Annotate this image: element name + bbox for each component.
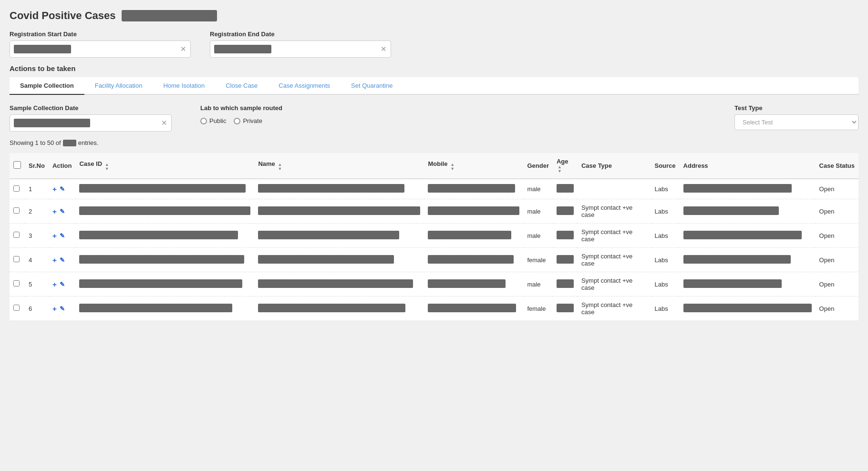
- end-date-input[interactable]: ✕: [210, 41, 391, 58]
- start-date-clear-button[interactable]: ✕: [180, 45, 186, 53]
- cell-age: [553, 297, 578, 321]
- test-type-select[interactable]: Select Test: [734, 114, 858, 130]
- cell-checkbox[interactable]: [10, 272, 25, 297]
- tabs-bar: Sample Collection Facility Allocation Ho…: [10, 77, 858, 95]
- cell-gender: male: [523, 224, 553, 248]
- start-date-label: Registration Start Date: [10, 31, 191, 38]
- cell-age: [553, 199, 578, 224]
- caseid-value: [79, 304, 232, 312]
- add-action-button[interactable]: +: [52, 256, 57, 264]
- sample-date-label: Sample Collection Date: [10, 104, 172, 112]
- edit-action-button[interactable]: ✎: [60, 256, 65, 264]
- cell-mobile: [424, 297, 523, 321]
- title-text: Covid Positive Cases: [10, 10, 116, 22]
- tab-home-isolation[interactable]: Home Isolation: [153, 77, 215, 95]
- mobile-value: [428, 231, 511, 239]
- add-action-button[interactable]: +: [52, 305, 57, 313]
- cell-action: + ✎: [49, 224, 75, 248]
- cell-checkbox[interactable]: [10, 179, 25, 199]
- add-action-button[interactable]: +: [52, 232, 57, 240]
- cell-action: + ✎: [49, 179, 75, 199]
- tab-facility-allocation[interactable]: Facility Allocation: [84, 77, 153, 95]
- radio-private[interactable]: Private: [234, 117, 262, 124]
- edit-action-button[interactable]: ✎: [60, 281, 65, 288]
- edit-action-button[interactable]: ✎: [60, 185, 65, 193]
- cell-caseid: [75, 199, 254, 224]
- cell-srno: 2: [25, 199, 49, 224]
- col-mobile[interactable]: Mobile ▲▼: [424, 153, 523, 179]
- edit-action-button[interactable]: ✎: [60, 305, 65, 312]
- row-checkbox[interactable]: [13, 305, 20, 311]
- address-value: [683, 231, 802, 239]
- col-action: Action: [49, 153, 75, 179]
- add-action-button[interactable]: +: [52, 185, 57, 193]
- cell-checkbox[interactable]: [10, 199, 25, 224]
- cell-address: [680, 248, 816, 272]
- age-value: [557, 279, 574, 288]
- col-checkbox[interactable]: [10, 153, 25, 179]
- caseid-sort-icon[interactable]: ▲▼: [105, 163, 109, 171]
- cell-casestatus: Open: [816, 224, 858, 248]
- cell-name: [254, 179, 424, 199]
- cell-casestatus: Open: [816, 272, 858, 297]
- title-badge: [122, 10, 217, 21]
- add-action-button[interactable]: +: [52, 280, 57, 288]
- tab-set-quarantine[interactable]: Set Quarantine: [341, 77, 403, 95]
- row-checkbox[interactable]: [13, 280, 20, 287]
- cell-checkbox[interactable]: [10, 224, 25, 248]
- name-value: [258, 184, 404, 193]
- col-source: Source: [651, 153, 680, 179]
- name-value: [258, 206, 420, 215]
- col-name[interactable]: Name ▲▼: [254, 153, 424, 179]
- caseid-value: [79, 279, 242, 288]
- radio-circle-private: [234, 118, 240, 124]
- cell-caseid: [75, 272, 254, 297]
- cell-source: Labs: [651, 179, 680, 199]
- tab-close-case[interactable]: Close Case: [215, 77, 268, 95]
- row-checkbox[interactable]: [13, 185, 20, 192]
- tab-case-assignments[interactable]: Case Assignments: [268, 77, 341, 95]
- lab-route-group: Lab to which sample routed Public Privat…: [200, 104, 282, 124]
- tab-sample-collection[interactable]: Sample Collection: [10, 77, 84, 95]
- cell-mobile: [424, 199, 523, 224]
- age-value: [557, 206, 574, 215]
- row-checkbox[interactable]: [13, 256, 20, 262]
- edit-action-button[interactable]: ✎: [60, 208, 65, 215]
- edit-action-button[interactable]: ✎: [60, 232, 65, 239]
- cell-mobile: [424, 248, 523, 272]
- cell-gender: male: [523, 199, 553, 224]
- cell-source: Labs: [651, 224, 680, 248]
- cell-address: [680, 179, 816, 199]
- sample-date-clear-button[interactable]: ✕: [161, 119, 167, 127]
- col-caseid[interactable]: Case ID ▲▼: [75, 153, 254, 179]
- select-all-checkbox[interactable]: [13, 161, 21, 169]
- cell-checkbox[interactable]: [10, 297, 25, 321]
- row-checkbox[interactable]: [13, 232, 20, 238]
- start-date-input[interactable]: ✕: [10, 41, 191, 58]
- age-sort-icon[interactable]: ▲▼: [558, 165, 562, 174]
- mobile-sort-icon[interactable]: ▲▼: [450, 163, 455, 171]
- cell-address: [680, 199, 816, 224]
- cell-caseid: [75, 248, 254, 272]
- cell-gender: female: [523, 297, 553, 321]
- row-checkbox[interactable]: [13, 207, 20, 214]
- caseid-value: [79, 231, 238, 239]
- name-sort-icon[interactable]: ▲▼: [278, 163, 282, 171]
- table-row: 1 + ✎ male Labs Open: [10, 179, 858, 199]
- cell-casestatus: Open: [816, 248, 858, 272]
- cell-name: [254, 297, 424, 321]
- date-filters-row: Registration Start Date ✕ Registration E…: [10, 31, 858, 58]
- radio-circle-public: [200, 118, 207, 124]
- cell-casetype: Sympt contact +ve case: [578, 297, 651, 321]
- radio-label-private: Private: [243, 117, 262, 124]
- cell-checkbox[interactable]: [10, 248, 25, 272]
- sample-date-input[interactable]: ✕: [10, 114, 172, 132]
- end-date-clear-button[interactable]: ✕: [381, 45, 387, 53]
- add-action-button[interactable]: +: [52, 207, 57, 215]
- age-value: [557, 304, 574, 312]
- col-age[interactable]: Age ▲▼: [553, 153, 578, 179]
- cell-gender: male: [523, 179, 553, 199]
- cell-name: [254, 224, 424, 248]
- radio-public[interactable]: Public: [200, 117, 226, 124]
- data-table: Sr.No Action Case ID ▲▼ Name ▲▼ Mobile ▲…: [10, 153, 858, 320]
